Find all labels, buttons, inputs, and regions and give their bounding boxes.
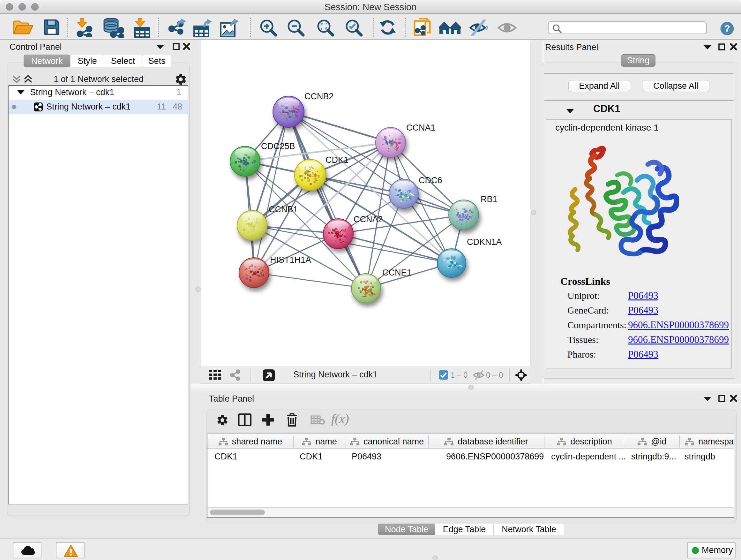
svg-text:CCNA1: CCNA1 — [406, 123, 435, 132]
svg-text:CDK1: CDK1 — [326, 155, 348, 165]
svg-text:CCNA2: CCNA2 — [354, 214, 383, 224]
svg-text:RB1: RB1 — [481, 194, 497, 204]
svg-text:CDKN1A: CDKN1A — [467, 237, 502, 247]
svg-text:CCNE1: CCNE1 — [382, 268, 412, 277]
svg-text:CDC25B: CDC25B — [261, 141, 295, 151]
svg-text:CCNB1: CCNB1 — [269, 205, 298, 214]
svg-text:CDC6: CDC6 — [419, 176, 442, 185]
svg-text:HIST1H1A: HIST1H1A — [270, 255, 311, 265]
svg-text:CCNB2: CCNB2 — [305, 91, 334, 101]
svg-text:?: ? — [724, 23, 730, 34]
